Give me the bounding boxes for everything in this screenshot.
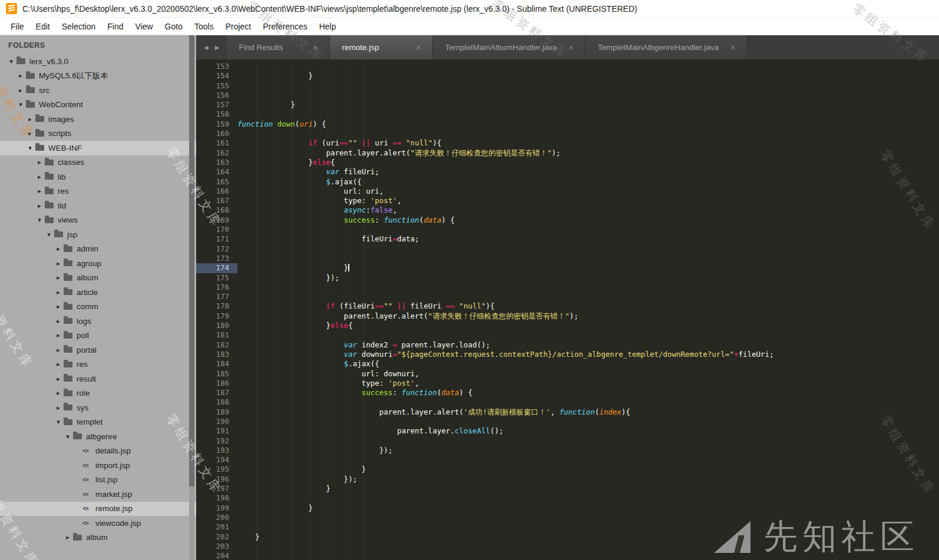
- tree-item-import.jsp[interactable]: <>import.jsp: [0, 458, 196, 473]
- tab-nav-right-icon[interactable]: ▶: [215, 44, 220, 51]
- line-number[interactable]: 157: [196, 100, 237, 110]
- editor[interactable]: 153154 }155156157 }158159function down(u…: [196, 59, 939, 560]
- code-line[interactable]: 203: [196, 542, 939, 551]
- line-number[interactable]: 177: [196, 292, 237, 301]
- line-number[interactable]: 192: [196, 436, 237, 446]
- code-line[interactable]: 177: [196, 292, 939, 301]
- line-number[interactable]: 161: [196, 138, 237, 148]
- line-number[interactable]: 187: [196, 388, 237, 397]
- tree-item-details.jsp[interactable]: <>details.jsp: [0, 444, 196, 459]
- line-number[interactable]: 165: [196, 177, 237, 187]
- chevron-right-icon[interactable]: ▸: [26, 130, 34, 137]
- menu-tools[interactable]: Tools: [189, 19, 220, 34]
- tree-item-res[interactable]: ▸res: [0, 184, 196, 199]
- code-line[interactable]: 164 var fileUri;: [196, 167, 939, 177]
- code-line[interactable]: 155: [196, 81, 939, 91]
- chevron-right-icon[interactable]: ▸: [35, 173, 44, 181]
- code-line[interactable]: 192: [196, 436, 939, 446]
- chevron-right-icon[interactable]: ▸: [35, 158, 44, 166]
- line-number[interactable]: 194: [196, 455, 237, 465]
- tab-TempletMainAlbumHandler.java[interactable]: TempletMainAlbumHandler.java×: [433, 35, 586, 59]
- line-number[interactable]: 168: [196, 206, 237, 215]
- code-line[interactable]: 201: [196, 522, 939, 532]
- code-line[interactable]: 163 }else{: [196, 158, 939, 167]
- line-number[interactable]: 169: [196, 216, 237, 225]
- code-line[interactable]: 167 type: 'post',: [196, 196, 939, 206]
- code-line[interactable]: 178 if (fileUri=="" || fileUri == "null"…: [196, 301, 939, 311]
- chevron-right-icon[interactable]: ▸: [35, 202, 44, 210]
- code-line[interactable]: 158: [196, 110, 939, 119]
- tab-nav-left-icon[interactable]: ◀: [204, 44, 209, 51]
- line-number[interactable]: 163: [196, 158, 237, 167]
- line-number[interactable]: 195: [196, 465, 237, 474]
- sidebar-scrollbar[interactable]: [189, 35, 194, 560]
- chevron-right-icon[interactable]: ▸: [54, 404, 62, 412]
- code-line[interactable]: 170: [196, 225, 939, 234]
- chevron-right-icon[interactable]: ▸: [35, 187, 44, 195]
- tree-item-tld[interactable]: ▸tld: [0, 198, 196, 213]
- line-number[interactable]: 154: [196, 71, 237, 81]
- code-line[interactable]: 195 }: [196, 465, 939, 474]
- tree-item-album[interactable]: ▸album: [0, 531, 196, 545]
- code-line[interactable]: 175 });: [196, 273, 939, 283]
- tree-item-jsp[interactable]: ▾jsp: [0, 227, 196, 242]
- line-number[interactable]: 193: [196, 446, 237, 455]
- code-line[interactable]: 157 }: [196, 100, 939, 110]
- chevron-right-icon[interactable]: ▸: [54, 317, 62, 325]
- code-line[interactable]: 159function down(uri) {: [196, 120, 939, 129]
- tab-close-icon[interactable]: ×: [566, 43, 573, 52]
- code-line[interactable]: 193 });: [196, 446, 939, 455]
- code-line[interactable]: 174 }: [196, 263, 939, 273]
- line-number[interactable]: 162: [196, 148, 237, 158]
- line-number[interactable]: 167: [196, 196, 237, 206]
- line-number[interactable]: 204: [196, 551, 237, 560]
- code-line[interactable]: 172: [196, 244, 939, 254]
- line-number[interactable]: 178: [196, 301, 237, 311]
- code-line[interactable]: 176: [196, 283, 939, 292]
- tree-item-WebContent[interactable]: ▾WebContent: [0, 98, 196, 112]
- chevron-right-icon[interactable]: ▸: [64, 534, 72, 541]
- chevron-right-icon[interactable]: ▸: [54, 375, 62, 383]
- code-line[interactable]: 197 }: [196, 484, 939, 493]
- scrollbar-thumb[interactable]: [189, 35, 194, 486]
- menu-goto[interactable]: Goto: [159, 19, 189, 34]
- line-number[interactable]: 171: [196, 234, 237, 244]
- tree-item-admin[interactable]: ▸admin: [0, 242, 196, 257]
- tree-item-scripts[interactable]: ▸scripts: [0, 127, 196, 141]
- line-number[interactable]: 156: [196, 91, 237, 100]
- chevron-right-icon[interactable]: ▸: [54, 260, 62, 267]
- line-number[interactable]: 170: [196, 225, 237, 234]
- line-number[interactable]: 164: [196, 167, 237, 177]
- chevron-right-icon[interactable]: ▸: [54, 332, 62, 339]
- tab-remote.jsp[interactable]: remote.jsp×: [330, 35, 433, 59]
- tab-close-icon[interactable]: ×: [310, 43, 318, 52]
- chevron-right-icon[interactable]: ▸: [54, 274, 62, 281]
- line-number[interactable]: 159: [196, 120, 237, 129]
- code-line[interactable]: 185 url: downuri,: [196, 369, 939, 379]
- line-number[interactable]: 191: [196, 426, 237, 436]
- tree-item-MySQL5.6以下版本[interactable]: ▸MySQL5.6以下版本: [0, 69, 196, 84]
- chevron-right-icon[interactable]: ▸: [54, 389, 62, 397]
- tree-item-market.jsp[interactable]: <>market.jsp: [0, 487, 196, 502]
- code-line[interactable]: 204: [196, 551, 939, 560]
- menu-view[interactable]: View: [130, 19, 159, 34]
- code-line[interactable]: 183 var downuri="${pageContext.request.c…: [196, 350, 939, 359]
- chevron-down-icon[interactable]: ▾: [45, 231, 53, 238]
- line-number[interactable]: 175: [196, 273, 237, 283]
- tree-item-viewcode.jsp[interactable]: <>viewcode.jsp: [0, 516, 196, 531]
- menu-selection[interactable]: Selection: [56, 19, 102, 34]
- code-line[interactable]: 191 parent.layer.closeAll();: [196, 426, 939, 436]
- line-number[interactable]: 176: [196, 283, 237, 292]
- tree-item-portal[interactable]: ▸portal: [0, 343, 196, 357]
- tree-item-classes[interactable]: ▸classes: [0, 155, 196, 170]
- tree-item-article[interactable]: ▸article: [0, 285, 196, 300]
- line-number[interactable]: 182: [196, 340, 237, 350]
- tree-item-remote.jsp[interactable]: <>remote.jsp: [0, 502, 196, 516]
- code-line[interactable]: 186 type: 'post',: [196, 379, 939, 388]
- line-number[interactable]: 188: [196, 397, 237, 407]
- line-number[interactable]: 200: [196, 513, 237, 522]
- line-number[interactable]: 198: [196, 493, 237, 503]
- line-number[interactable]: 166: [196, 187, 237, 196]
- chevron-right-icon[interactable]: ▸: [54, 289, 62, 296]
- line-number[interactable]: 184: [196, 359, 237, 369]
